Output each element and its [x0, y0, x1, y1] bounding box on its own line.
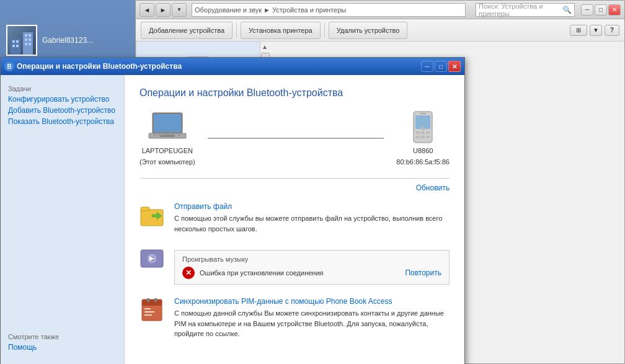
dialog-minimize-btn[interactable]: ─	[421, 61, 433, 72]
svg-rect-6	[25, 34, 27, 37]
bluetooth-dialog-title: Операции и настройки Bluetooth-устройств…	[17, 62, 419, 71]
local-device-sub: (Этот компьютер)	[140, 158, 195, 166]
remove-device-button[interactable]: Удалить устройство	[329, 22, 408, 39]
toolbar-separator-2	[324, 23, 325, 38]
sync-pim-service: Синхронизировать PIM-данные с помощью Ph…	[140, 297, 450, 339]
send-file-icon	[140, 202, 164, 227]
close-button[interactable]: ✕	[608, 4, 621, 16]
device-diagram: LAPTOPEUGEN (Этот компьютер)	[140, 111, 450, 166]
error-text: Ошибка при установлении соединения	[200, 269, 400, 277]
svg-rect-46	[141, 210, 163, 226]
maximize-button[interactable]: □	[595, 4, 607, 16]
search-icon: 🔍	[562, 6, 572, 14]
svg-rect-57	[144, 314, 152, 316]
remote-device-name: U8860	[413, 147, 433, 154]
play-music-title: Проигрывать музыку	[182, 255, 441, 263]
svg-rect-56	[144, 311, 154, 313]
connection-line	[208, 138, 384, 139]
bluetooth-titlebar: B Операции и настройки Bluetooth-устройс…	[1, 58, 464, 75]
svg-rect-32	[160, 135, 175, 137]
svg-rect-44	[420, 113, 426, 114]
svg-rect-8	[25, 38, 27, 41]
tasks-label: Задачи	[8, 85, 117, 92]
svg-rect-41	[416, 136, 420, 138]
update-link[interactable]: Обновить	[416, 184, 450, 192]
send-file-title[interactable]: Отправить файл	[174, 202, 450, 211]
svg-rect-43	[426, 136, 430, 138]
svg-rect-55	[144, 308, 151, 309]
sync-pim-icon	[140, 297, 164, 322]
install-printer-button[interactable]: Установка принтера	[241, 22, 321, 39]
configure-device-link[interactable]: Конфигурировать устройство	[8, 95, 117, 104]
bluetooth-sidebar: Задачи Конфигурировать устройство Добави…	[1, 75, 125, 364]
remote-phone-icon	[403, 111, 443, 143]
error-box: Проигрывать музыку ✕ Ошибка при установл…	[174, 250, 450, 285]
divider	[140, 178, 450, 179]
error-row: ✕ Ошибка при установлении соединения Пов…	[182, 267, 441, 279]
svg-rect-7	[29, 34, 31, 37]
address-bar[interactable]: Оборудование и звук ► Устройства и принт…	[192, 3, 466, 17]
svg-rect-40	[426, 131, 430, 134]
toolbar: Добавление устройства Установка принтера…	[136, 19, 624, 42]
svg-rect-4	[12, 45, 15, 47]
bluetooth-dialog: B Операции и настройки Bluetooth-устройс…	[0, 57, 465, 364]
svg-rect-42	[421, 136, 425, 138]
svg-rect-9	[29, 38, 31, 41]
svg-rect-0	[11, 38, 20, 55]
svg-rect-30	[154, 114, 181, 132]
svg-rect-47	[141, 207, 149, 211]
up-button[interactable]: ▼	[172, 3, 187, 17]
search-bar[interactable]: Поиск: Устройства и принтеры 🔍	[476, 3, 575, 17]
search-text: Поиск: Устройства и принтеры	[479, 2, 562, 17]
play-music-icon	[140, 246, 164, 271]
svg-rect-39	[421, 131, 425, 134]
send-file-service: Отправить файл С помощью этой службы вы …	[140, 202, 450, 234]
svg-rect-54	[142, 300, 162, 306]
svg-rect-10	[25, 43, 27, 45]
view-toggle-button[interactable]: ⊞	[570, 25, 587, 36]
remote-device: U8860 80:b6:86:5a:f5:86	[396, 111, 450, 166]
breadcrumb: Оборудование и звук ► Устройства и принт…	[195, 6, 346, 14]
help-link[interactable]: Помощь	[8, 343, 117, 352]
svg-rect-58	[147, 298, 149, 302]
svg-rect-3	[16, 40, 19, 43]
retry-link[interactable]: Повторить	[405, 269, 441, 277]
dialog-maximize-btn[interactable]: □	[435, 61, 447, 72]
add-device-button[interactable]: Добавление устройства	[141, 22, 233, 39]
show-bluetooth-link[interactable]: Показать Bluetooth-устройства	[8, 117, 117, 126]
remote-device-address: 80:b6:86:5a:f5:86	[396, 158, 450, 166]
toolbar-separator	[236, 23, 237, 38]
svg-rect-59	[154, 298, 157, 302]
dialog-close-btn[interactable]: ✕	[448, 61, 461, 72]
breadcrumb-section1: Оборудование и звук ► Устройства и принт…	[195, 6, 346, 14]
svg-rect-11	[29, 43, 31, 45]
laptop-icon	[148, 111, 187, 143]
add-bluetooth-link[interactable]: Добавить Bluetooth-устройство	[8, 106, 117, 115]
minimize-button[interactable]: ─	[581, 4, 593, 16]
svg-rect-38	[416, 131, 420, 134]
sync-pim-desc: С помощью данной службы Вы можете синхро…	[174, 308, 450, 339]
sync-pim-title[interactable]: Синхронизировать PIM-данные с помощью Ph…	[174, 297, 450, 306]
explorer-titlebar: ◄ ► ▼ Оборудование и звук ► Устройства и…	[136, 1, 624, 19]
error-icon: ✕	[182, 267, 195, 279]
see-also-label: Смотрите также	[8, 333, 117, 340]
sync-pim-body: Синхронизировать PIM-данные с помощью Ph…	[174, 297, 450, 339]
svg-rect-34	[158, 135, 161, 136]
local-device: LAPTOPEUGEN (Этот компьютер)	[140, 111, 195, 166]
bluetooth-main-title: Операции и настройки Bluetooth-устройств…	[140, 87, 450, 99]
svg-rect-5	[16, 45, 19, 47]
bluetooth-icon: B	[4, 61, 14, 71]
svg-rect-35	[178, 135, 181, 136]
forward-button[interactable]: ►	[156, 3, 171, 17]
username: Gabriel83123...	[42, 36, 93, 45]
help-button[interactable]: ?	[605, 25, 619, 36]
play-music-service: Проигрывать музыку ✕ Ошибка при установл…	[140, 246, 450, 285]
bluetooth-main: Операции и настройки Bluetooth-устройств…	[125, 75, 464, 364]
play-music-body: Проигрывать музыку ✕ Ошибка при установл…	[174, 246, 450, 285]
view-dropdown-button[interactable]: ▼	[590, 25, 602, 36]
send-file-desc: С помощью этой службы вы можете отправит…	[174, 213, 450, 234]
back-button[interactable]: ◄	[140, 3, 154, 17]
local-device-name: LAPTOPEUGEN	[142, 147, 193, 154]
svg-rect-1	[23, 32, 33, 55]
svg-rect-33	[154, 135, 157, 136]
